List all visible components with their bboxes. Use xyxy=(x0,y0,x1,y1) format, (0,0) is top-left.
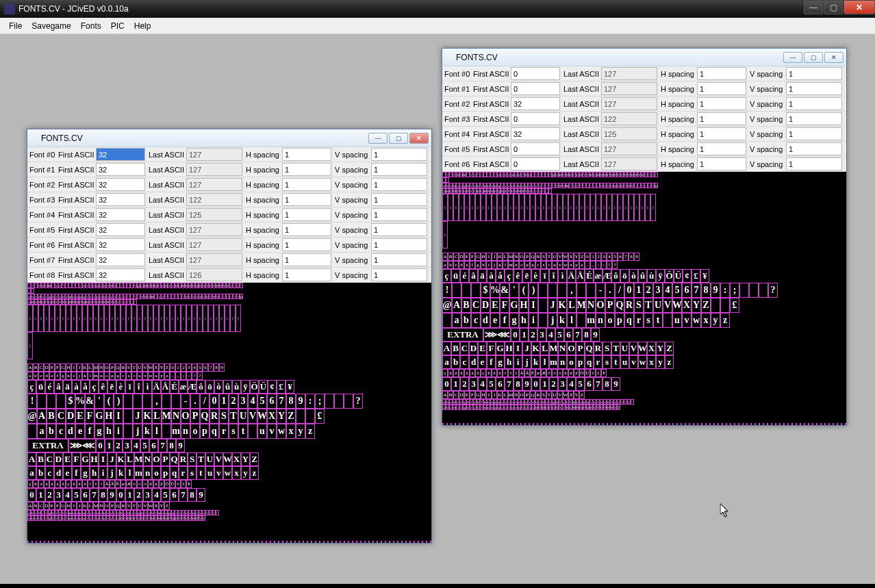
glyph[interactable]: o xyxy=(152,466,161,480)
glyph[interactable]: P xyxy=(524,253,530,261)
first-ascii-input[interactable] xyxy=(96,208,145,221)
glyph[interactable]: ë xyxy=(107,380,116,394)
glyph[interactable]: o xyxy=(567,355,576,369)
glyph[interactable]: 9 xyxy=(176,439,185,452)
glyph[interactable]: | xyxy=(497,194,503,221)
glyph[interactable]: h xyxy=(104,424,114,439)
glyph[interactable]: e xyxy=(490,313,500,328)
glyph[interactable]: ¢ xyxy=(590,369,596,377)
glyph[interactable]: ë xyxy=(522,269,531,283)
glyph[interactable]: H xyxy=(66,363,71,372)
glyph[interactable]: F xyxy=(487,342,496,355)
glyph[interactable]: Ü xyxy=(170,480,175,488)
glyph[interactable]: $ xyxy=(481,283,490,298)
glyph[interactable]: r xyxy=(219,424,229,439)
glyph[interactable]: R xyxy=(121,502,126,510)
glyph[interactable]: ` xyxy=(446,177,449,183)
glyph[interactable]: @ xyxy=(240,294,243,299)
glyph[interactable]: G xyxy=(509,298,519,313)
glyph[interactable]: 2 xyxy=(460,377,469,391)
glyph[interactable]: o xyxy=(190,424,200,439)
glyph[interactable]: | xyxy=(230,305,236,332)
glyph[interactable]: ? xyxy=(353,394,363,409)
glyph[interactable]: ? xyxy=(197,372,203,380)
glyph[interactable]: Å xyxy=(110,480,115,488)
glyph[interactable]: w xyxy=(692,313,701,328)
glyph[interactable]: R xyxy=(210,409,219,424)
glyph[interactable]: | xyxy=(639,194,645,221)
glyph[interactable]: K xyxy=(531,342,540,355)
glyph[interactable]: / xyxy=(615,283,624,298)
glyph[interactable]: S xyxy=(603,342,611,355)
glyph[interactable]: j xyxy=(548,313,557,328)
glyph[interactable]: ! xyxy=(192,372,197,380)
glyph[interactable]: R xyxy=(179,452,188,466)
minimize-button[interactable]: — xyxy=(804,1,823,14)
glyph[interactable]: k xyxy=(142,424,152,439)
glyph[interactable]: & xyxy=(85,394,94,409)
glyph[interactable]: X xyxy=(568,253,574,261)
glyph[interactable]: ` xyxy=(548,188,552,194)
glyph[interactable]: H xyxy=(90,452,99,466)
glyph[interactable]: e xyxy=(63,466,72,480)
glyph[interactable]: i xyxy=(513,355,522,369)
glyph[interactable]: X xyxy=(568,391,574,399)
glyph[interactable]: ! xyxy=(442,283,452,298)
glyph[interactable] xyxy=(586,283,596,298)
glyph[interactable]: | xyxy=(590,194,596,221)
h-spacing-input[interactable] xyxy=(697,127,746,140)
glyph[interactable]: à xyxy=(470,369,475,377)
glyph[interactable]: N xyxy=(99,502,104,510)
glyph[interactable]: ' xyxy=(509,283,519,298)
glyph[interactable]: 2 xyxy=(134,488,143,502)
glyph[interactable]: T xyxy=(644,298,653,313)
glyph[interactable]: J xyxy=(548,298,557,313)
glyph[interactable]: , xyxy=(175,372,181,380)
glyph[interactable]: 6 xyxy=(585,377,594,391)
glyph[interactable]: 4 xyxy=(663,283,672,298)
glyph[interactable]: y xyxy=(159,372,164,380)
glyph[interactable]: B xyxy=(36,452,45,466)
h-spacing-input[interactable] xyxy=(282,253,331,266)
glyph[interactable]: W xyxy=(148,502,153,510)
glyph[interactable]: | xyxy=(181,305,186,332)
glyph[interactable]: ç xyxy=(442,269,451,283)
glyph[interactable]: P xyxy=(110,363,115,372)
glyph[interactable]: t xyxy=(611,355,620,369)
glyph[interactable]: $ xyxy=(66,394,75,409)
glyph[interactable]: O xyxy=(152,452,161,466)
glyph[interactable]: W xyxy=(672,298,682,313)
glyph[interactable]: É xyxy=(170,380,179,394)
glyph[interactable]: 1 xyxy=(36,488,45,502)
glyph[interactable]: æ xyxy=(535,369,541,377)
glyph[interactable]: I xyxy=(513,342,522,355)
glyph[interactable]: 1 xyxy=(175,363,181,372)
glyph[interactable]: 4 xyxy=(192,363,197,372)
glyph[interactable]: | xyxy=(104,305,110,332)
glyph[interactable]: T xyxy=(196,452,205,466)
glyph[interactable]: ì xyxy=(143,380,152,394)
glyph[interactable] xyxy=(248,424,257,439)
glyph[interactable]: u xyxy=(257,424,267,439)
glyph[interactable]: & xyxy=(500,283,509,298)
glyph[interactable]: ù xyxy=(153,480,159,488)
glyph[interactable]: E xyxy=(464,253,470,261)
glyph[interactable]: ( xyxy=(104,394,114,409)
glyph[interactable]: D xyxy=(54,452,63,466)
glyph[interactable]: p xyxy=(161,466,170,480)
glyph[interactable]: Ä xyxy=(104,480,110,488)
glyph[interactable]: O xyxy=(596,298,605,313)
glyph[interactable]: K xyxy=(497,253,503,261)
glyph[interactable]: @ xyxy=(655,183,658,188)
glyph[interactable]: p xyxy=(615,313,624,328)
glyph[interactable]: N xyxy=(143,452,152,466)
glyph[interactable]: H xyxy=(481,253,486,261)
glyph[interactable]: ò xyxy=(142,480,148,488)
glyph[interactable]: B xyxy=(47,409,56,424)
glyph[interactable]: è xyxy=(82,480,88,488)
glyph[interactable]: ë xyxy=(77,480,82,488)
glyph[interactable]: ? xyxy=(612,261,618,269)
glyph[interactable]: ; xyxy=(181,372,186,380)
glyph[interactable]: h xyxy=(505,355,513,369)
glyph[interactable]: Ö xyxy=(579,369,585,377)
